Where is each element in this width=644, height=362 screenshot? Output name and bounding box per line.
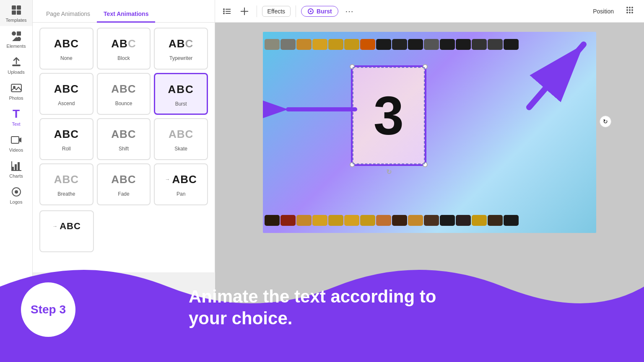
svg-rect-5 (17, 31, 21, 36)
canvas-refresh-button[interactable]: ↻ (600, 116, 611, 127)
film-hole (360, 215, 375, 226)
position-button[interactable]: Position (588, 6, 619, 16)
anim-preview-ascend: ABC (54, 79, 79, 99)
film-hole (392, 215, 407, 226)
selection-handle-tl (350, 64, 355, 69)
strip-collapse-button[interactable]: ▾ (423, 315, 436, 321)
anim-preview-fade: ABC (111, 169, 136, 189)
selection-handle-bl (350, 162, 355, 167)
anim-card-extra[interactable]: →ABC (39, 210, 94, 252)
slide-thumb-number: 3 (237, 335, 244, 348)
film-hole (312, 215, 327, 226)
anim-card-shift[interactable]: ABC Shift (97, 118, 151, 160)
anim-card-block[interactable]: ABC Block (97, 28, 151, 70)
anim-card-breathe[interactable]: ABC Breathe (39, 163, 93, 205)
anim-label-typewriter: Typewriter (169, 55, 192, 61)
tab-page-animations[interactable]: Page Animations (39, 6, 97, 23)
rotate-handle[interactable]: ↻ (386, 168, 392, 176)
sidebar-item-photos[interactable]: Photos (0, 78, 32, 104)
svg-point-16 (15, 190, 18, 194)
svg-point-4 (12, 31, 16, 36)
more-button[interactable]: ··· (13, 343, 19, 362)
canvas-number: 3 (374, 84, 404, 147)
uploads-label: Uploads (8, 70, 24, 75)
sidebar-item-templates[interactable]: Templates (0, 0, 32, 26)
list-button[interactable] (220, 7, 234, 16)
anim-card-bounce[interactable]: ABC Bounce (97, 73, 151, 115)
effects-button[interactable]: Effects (262, 6, 291, 17)
spacing-button[interactable] (237, 6, 252, 17)
film-hole (504, 215, 519, 226)
anim-preview-extra: →ABC (52, 216, 81, 236)
step3-label: Step 3 (31, 303, 66, 316)
svg-point-31 (626, 7, 628, 8)
selection-handle-br (423, 162, 428, 167)
svg-point-22 (223, 10, 225, 12)
film-hole (376, 39, 391, 50)
sidebar-item-text[interactable]: T Text (0, 104, 32, 130)
anim-label-pan: Pan (177, 191, 185, 197)
grid-button[interactable] (622, 4, 637, 18)
burst-animation-button[interactable]: Burst (301, 6, 338, 17)
sidebar-item-logos[interactable]: Logos (0, 182, 32, 208)
film-hole (392, 39, 407, 50)
svg-point-39 (631, 12, 633, 13)
more-options-button[interactable]: ⋯ (342, 5, 358, 18)
film-hole (328, 215, 343, 226)
anim-card-pan[interactable]: →ABC Pan (154, 163, 208, 205)
svg-rect-13 (15, 164, 17, 171)
anim-preview-block: ABC (111, 34, 136, 54)
film-hole (408, 215, 423, 226)
anim-label-ascend: Ascend (58, 101, 75, 106)
film-hole (456, 39, 471, 50)
film-hole (376, 215, 391, 226)
svg-rect-2 (12, 10, 16, 15)
sidebar-item-elements[interactable]: Elements (0, 26, 32, 52)
svg-point-30 (310, 10, 312, 12)
videos-label: Videos (9, 147, 23, 153)
anim-card-burst[interactable]: ABC Burst (154, 73, 208, 115)
anim-preview-typewriter: ABC (169, 34, 193, 54)
sidebar-item-charts[interactable]: Charts (0, 156, 32, 182)
svg-point-24 (223, 13, 225, 14)
film-hole (472, 215, 487, 226)
elements-label: Elements (7, 44, 26, 49)
anim-card-none[interactable]: ABC None (39, 28, 93, 70)
canvas-background[interactable]: 3 ↻ (263, 32, 596, 233)
sidebar-item-videos[interactable]: Videos (0, 130, 32, 156)
videos-icon (10, 134, 22, 146)
charts-icon (10, 160, 22, 172)
arrow-top-right (487, 32, 596, 116)
film-hole (328, 39, 343, 50)
slide-thumb-1[interactable]: 3 (222, 328, 259, 355)
anim-preview-none: ABC (54, 34, 79, 54)
svg-point-20 (223, 8, 225, 10)
collapse-handle[interactable]: ▾ (382, 313, 394, 320)
sidebar-item-uploads[interactable]: Uploads (0, 52, 32, 78)
slide-thumb-2[interactable] (262, 328, 299, 355)
svg-rect-3 (17, 10, 21, 15)
film-hole (265, 39, 280, 50)
anim-card-typewriter[interactable]: ABC Typewriter (154, 28, 208, 70)
film-hole (280, 39, 296, 50)
animation-tabs: Page Animations Text Animations (33, 0, 215, 23)
tab-text-animations[interactable]: Text Animations (97, 6, 155, 23)
film-hole (424, 215, 439, 226)
film-hole (344, 215, 359, 226)
divider-3 (257, 5, 257, 17)
number-card[interactable]: 3 ↻ (351, 65, 426, 166)
anim-card-roll[interactable]: ABC Roll (39, 118, 93, 160)
partial-card-row: →ABC (33, 210, 215, 252)
text-label: Text (12, 122, 20, 127)
selection-handle-tr (423, 64, 428, 69)
animation-panel: Page Animations Text Animations ABC None… (33, 0, 215, 272)
svg-point-33 (631, 7, 633, 8)
film-hole (456, 215, 471, 226)
svg-point-32 (629, 7, 631, 8)
anim-card-skate[interactable]: ABC Skate (154, 118, 208, 160)
anim-card-ascend[interactable]: ABC Ascend (39, 73, 93, 115)
divider-4 (296, 5, 296, 17)
anim-card-fade[interactable]: ABC Fade (97, 163, 151, 205)
svg-point-7 (17, 37, 21, 41)
canvas-area: 3 ↻ (215, 23, 644, 362)
